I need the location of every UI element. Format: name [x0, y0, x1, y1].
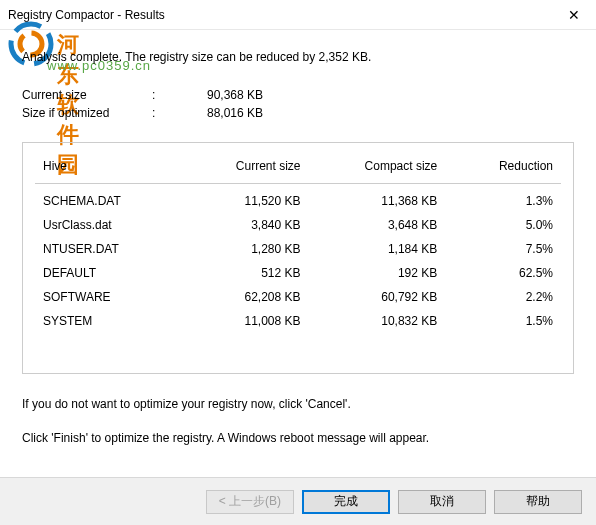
stat-optimized-label: Size if optimized: [22, 104, 152, 122]
close-button[interactable]: ✕: [551, 0, 596, 30]
help-button[interactable]: 帮助: [494, 490, 582, 514]
table-container: Hive Current size Compact size Reduction…: [22, 142, 574, 374]
summary-text: Analysis complete. The registry size can…: [22, 50, 574, 64]
cell-hive: NTUSER.DAT: [35, 237, 177, 261]
table-row[interactable]: DEFAULT512 KB192 KB62.5%: [35, 261, 561, 285]
th-compact: Compact size: [309, 153, 446, 184]
cell-compact: 192 KB: [309, 261, 446, 285]
stat-current-value: 90,368 KB: [207, 86, 263, 104]
table-row[interactable]: NTUSER.DAT1,280 KB1,184 KB7.5%: [35, 237, 561, 261]
cell-compact: 11,368 KB: [309, 184, 446, 214]
th-current: Current size: [177, 153, 309, 184]
cell-reduction: 1.3%: [445, 184, 561, 214]
window-title: Registry Compactor - Results: [8, 8, 165, 22]
instruction-finish: Click 'Finish' to optimize the registry.…: [22, 430, 574, 446]
stat-current: Current size : 90,368 KB: [22, 86, 574, 104]
stat-optimized-value: 88,016 KB: [207, 104, 263, 122]
titlebar: Registry Compactor - Results ✕: [0, 0, 596, 30]
cell-compact: 60,792 KB: [309, 285, 446, 309]
cell-reduction: 7.5%: [445, 237, 561, 261]
cancel-button[interactable]: 取消: [398, 490, 486, 514]
registry-table: Hive Current size Compact size Reduction…: [35, 153, 561, 333]
th-reduction: Reduction: [445, 153, 561, 184]
cell-reduction: 1.5%: [445, 309, 561, 333]
cell-reduction: 5.0%: [445, 213, 561, 237]
cell-current: 3,840 KB: [177, 213, 309, 237]
table-row[interactable]: SOFTWARE62,208 KB60,792 KB2.2%: [35, 285, 561, 309]
cell-current: 62,208 KB: [177, 285, 309, 309]
cell-current: 512 KB: [177, 261, 309, 285]
footer: < 上一步(B) 完成 取消 帮助: [0, 477, 596, 525]
cell-hive: SCHEMA.DAT: [35, 184, 177, 214]
cell-compact: 3,648 KB: [309, 213, 446, 237]
th-hive: Hive: [35, 153, 177, 184]
cell-hive: UsrClass.dat: [35, 213, 177, 237]
table-row[interactable]: UsrClass.dat3,840 KB3,648 KB5.0%: [35, 213, 561, 237]
cell-current: 1,280 KB: [177, 237, 309, 261]
cell-current: 11,520 KB: [177, 184, 309, 214]
cell-reduction: 2.2%: [445, 285, 561, 309]
cell-compact: 10,832 KB: [309, 309, 446, 333]
cell-hive: DEFAULT: [35, 261, 177, 285]
stats-block: Current size : 90,368 KB Size if optimiz…: [22, 86, 574, 122]
close-icon: ✕: [568, 7, 580, 23]
stat-current-label: Current size: [22, 86, 152, 104]
content-area: Analysis complete. The registry size can…: [0, 30, 596, 474]
table-row[interactable]: SYSTEM11,008 KB10,832 KB1.5%: [35, 309, 561, 333]
cell-hive: SYSTEM: [35, 309, 177, 333]
instructions: If you do not want to optimize your regi…: [22, 396, 574, 446]
cell-current: 11,008 KB: [177, 309, 309, 333]
table-header-row: Hive Current size Compact size Reduction: [35, 153, 561, 184]
cell-reduction: 62.5%: [445, 261, 561, 285]
finish-button[interactable]: 完成: [302, 490, 390, 514]
table-row[interactable]: SCHEMA.DAT11,520 KB11,368 KB1.3%: [35, 184, 561, 214]
back-button: < 上一步(B): [206, 490, 294, 514]
instruction-cancel: If you do not want to optimize your regi…: [22, 396, 574, 412]
stat-optimized: Size if optimized : 88,016 KB: [22, 104, 574, 122]
cell-hive: SOFTWARE: [35, 285, 177, 309]
cell-compact: 1,184 KB: [309, 237, 446, 261]
